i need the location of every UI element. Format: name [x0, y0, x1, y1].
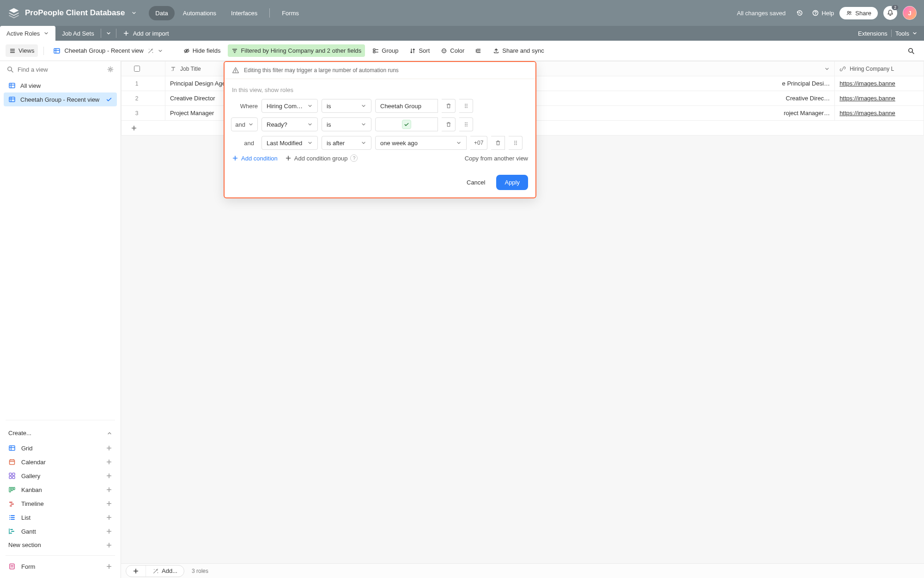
filter-button[interactable]: Filtered by Hiring Company and 2 other f… [228, 44, 365, 57]
create-grid-view[interactable]: Grid [5, 441, 116, 455]
create-list-view[interactable]: List [5, 510, 116, 524]
wand-icon [152, 568, 159, 574]
filter-panel: Editing this filter may trigger a large … [224, 61, 536, 198]
add-or-import-label: Add or import [133, 30, 169, 37]
nav-tab-interfaces[interactable]: Interfaces [225, 6, 264, 20]
copy-from-view-button[interactable]: Copy from another view [465, 155, 528, 162]
view-item-all[interactable]: All view [4, 79, 117, 92]
table-tab-active-roles[interactable]: Active Roles [0, 26, 55, 41]
color-button[interactable]: Color [437, 44, 468, 57]
grid-view-icon [8, 82, 16, 89]
check-icon [106, 96, 112, 103]
sort-button[interactable]: Sort [406, 44, 433, 57]
grid-view-icon [8, 96, 16, 103]
row-count: 3 roles [192, 568, 208, 574]
chevron-up-icon [107, 430, 112, 436]
cell-link[interactable]: https://images.banne [835, 106, 924, 120]
link-field-icon [839, 66, 846, 72]
timezone-chip[interactable]: +07 [470, 136, 487, 150]
apply-button[interactable]: Apply [496, 175, 528, 190]
help-label: Help [822, 10, 834, 17]
cancel-button[interactable]: Cancel [460, 175, 492, 190]
view-item-cheetah-recent[interactable]: Cheetah Group - Recent view [4, 92, 117, 106]
share-sync-button[interactable]: Share and sync [489, 44, 547, 57]
view-settings-icon[interactable] [107, 66, 114, 73]
filter-drag-handle[interactable] [459, 99, 473, 113]
row-height-button[interactable] [472, 45, 486, 57]
column-header-job-title[interactable]: Job Title [180, 66, 201, 72]
filter-drag-handle[interactable] [459, 117, 473, 131]
current-view-name: Cheetah Group - Recent view [64, 47, 143, 54]
nav-tab-automations[interactable]: Automations [176, 6, 223, 20]
chevron-down-icon [158, 48, 163, 54]
filter-drag-handle[interactable] [509, 136, 523, 150]
create-section-header[interactable]: Create... [0, 425, 121, 441]
filter-value-select[interactable]: one week ago [375, 136, 467, 150]
table-tabs-dropdown[interactable] [101, 26, 116, 41]
current-view-chip[interactable]: Cheetah Group - Recent view [49, 44, 166, 57]
footer-add-button[interactable]: Add... [126, 565, 184, 577]
create-form-view[interactable]: Form [5, 560, 116, 573]
filter-field-select[interactable]: Last Modified [261, 136, 318, 150]
filter-delete-button[interactable] [491, 136, 505, 150]
filter-delete-button[interactable] [442, 117, 456, 131]
where-label: Where [240, 103, 258, 110]
save-status: All changes saved [737, 10, 786, 17]
nav-divider [269, 8, 270, 18]
base-name[interactable]: ProPeople Client Database [25, 8, 125, 18]
hide-fields-button[interactable]: Hide fields [180, 44, 225, 57]
filter-operator-select[interactable]: is [322, 99, 371, 113]
row-number[interactable]: 1 [122, 76, 152, 91]
create-new-section[interactable]: New section [5, 538, 116, 552]
warning-icon [232, 67, 239, 74]
create-timeline-view[interactable]: Timeline [5, 497, 116, 510]
and-label: and [244, 140, 258, 147]
user-avatar[interactable]: J [903, 6, 917, 20]
app-logo-icon[interactable] [7, 6, 20, 19]
add-or-import-button[interactable]: Add or import [116, 26, 176, 41]
help-button[interactable]: Help [812, 9, 834, 17]
extensions-button[interactable]: Extensions [858, 30, 888, 37]
create-gallery-view[interactable]: Gallery [5, 469, 116, 483]
history-button[interactable] [793, 6, 806, 19]
search-button[interactable] [904, 44, 918, 57]
row-number[interactable]: 3 [122, 106, 152, 120]
grid-view-icon [53, 47, 61, 55]
cell-link[interactable]: https://images.banne [835, 91, 924, 105]
filter-caption: In this view, show roles [232, 86, 528, 93]
conjunction-select[interactable]: and [231, 117, 258, 131]
group-button[interactable]: Group [369, 44, 402, 57]
add-condition-button[interactable]: Add condition [232, 155, 278, 162]
table-tab-job-ad-sets[interactable]: Job Ad Sets [55, 26, 100, 41]
create-calendar-view[interactable]: Calendar [5, 455, 116, 469]
tools-button[interactable]: Tools [895, 30, 918, 37]
nav-tab-forms[interactable]: Forms [275, 6, 305, 20]
filter-field-select[interactable]: Ready? [261, 117, 318, 131]
filter-value-input[interactable]: Cheetah Group [375, 99, 438, 113]
create-gantt-view[interactable]: Gantt [5, 524, 116, 538]
share-button[interactable]: Share [839, 7, 878, 19]
chevron-down-icon[interactable] [824, 66, 830, 72]
select-all-checkbox[interactable] [134, 66, 140, 72]
filter-delete-button[interactable] [442, 99, 456, 113]
filter-operator-select[interactable]: is [322, 117, 371, 131]
filter-operator-select[interactable]: is after [322, 136, 371, 150]
notifications-button[interactable]: 2 [883, 6, 897, 20]
create-kanban-view[interactable]: Kanban [5, 483, 116, 497]
filter-warning-text: Editing this filter may trigger a large … [244, 67, 399, 74]
views-toggle-button[interactable]: Views [6, 44, 38, 57]
help-icon: ? [350, 154, 358, 162]
column-header-hiring-company-link[interactable]: Hiring Company L [850, 66, 894, 72]
row-number[interactable]: 2 [122, 91, 152, 105]
table-tab-label: Job Ad Sets [62, 30, 94, 37]
views-label: Views [18, 47, 34, 54]
add-condition-group-button[interactable]: Add condition group? [285, 154, 358, 162]
nav-tab-data[interactable]: Data [149, 6, 174, 20]
chevron-down-icon [43, 31, 49, 36]
find-view-input[interactable] [18, 66, 103, 73]
filter-value-checkbox[interactable] [375, 117, 438, 131]
text-field-icon [170, 66, 176, 72]
filter-field-select[interactable]: Hiring Comp… [261, 99, 318, 113]
base-menu-chevron-icon[interactable] [131, 10, 137, 16]
cell-link[interactable]: https://images.banne [835, 76, 924, 91]
